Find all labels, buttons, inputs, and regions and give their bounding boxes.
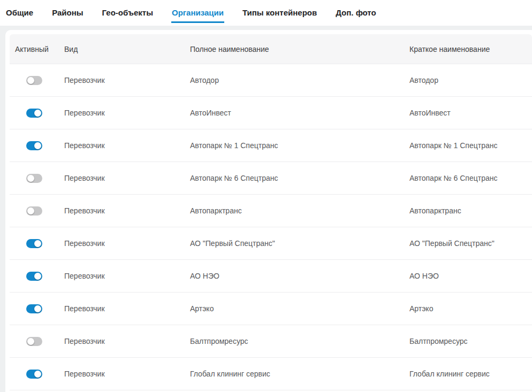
active-cell [10,370,64,379]
tab-districts[interactable]: Районы [51,7,83,23]
active-cell [10,174,64,183]
toggle-knob [27,175,34,182]
org-short-name-cell: Глобал клининг сервис [409,370,532,378]
active-toggle-on[interactable] [26,272,42,281]
column-header-type: Вид [64,45,190,53]
settings-tab-bar: ОбщиеРайоныГео-объектыОрганизацииТипы ко… [0,0,532,26]
active-toggle-on[interactable] [26,141,42,150]
toggle-knob [34,240,41,247]
table-row: Перевозчик Автопарк № 6 Спецтранс Автопа… [10,162,532,195]
org-full-name-cell: АвтоИнвест [190,109,409,117]
tab-organizations[interactable]: Организации [171,7,224,23]
org-type-cell: Перевозчик [64,109,190,117]
toggle-knob [34,273,41,280]
toggle-knob [27,77,34,84]
toggle-knob [34,371,41,378]
active-cell [10,109,64,118]
org-type-cell: Перевозчик [64,239,190,248]
table-body: Перевозчик Автодор Автодор Перевозчик Ав… [10,64,532,390]
org-short-name-cell: АвтоИнвест [409,109,532,117]
tab-container-types[interactable]: Типы контейнеров [242,7,317,23]
org-full-name-cell: Глобал клининг сервис [190,370,409,378]
active-cell [10,272,64,281]
table-row: Перевозчик Артэко Артэко [10,293,532,325]
table-row: Перевозчик Глобал клининг сервис Глобал … [10,358,532,390]
active-toggle-off[interactable] [26,76,42,85]
org-type-cell: Перевозчик [64,337,190,345]
org-short-name-cell: Автопарктранс [409,206,532,215]
active-cell [10,206,64,216]
active-toggle-off[interactable] [26,206,42,216]
table-row: Перевозчик Балтпромресурс Балтпромресурс [10,325,532,358]
org-type-cell: Перевозчик [64,76,190,84]
org-short-name-cell: АО "Первый Спецтранс" [409,239,532,248]
tab-extra-photo[interactable]: Доп. фото [335,7,376,23]
organizations-table-card: Активный Вид Полное наименование Краткое… [5,30,532,392]
org-short-name-cell: АО НЭО [409,272,532,280]
org-full-name-cell: АО НЭО [190,272,409,280]
org-full-name-cell: Автодор [190,76,409,84]
org-short-name-cell: Автодор [409,76,532,84]
org-full-name-cell: АО "Первый Спецтранс" [190,239,409,248]
table-row: Перевозчик АО НЭО АО НЭО [10,260,532,293]
org-full-name-cell: Артэко [190,304,409,313]
active-toggle-on[interactable] [26,304,42,313]
tab-geo-objects[interactable]: Гео-объекты [102,7,154,23]
toggle-knob [34,110,41,117]
org-type-cell: Перевозчик [64,272,190,280]
toggle-knob [34,142,41,149]
active-cell [10,239,64,248]
table-header-row: Активный Вид Полное наименование Краткое… [10,34,532,64]
org-short-name-cell: Балтпромресурс [409,337,532,345]
org-full-name-cell: Автопарк № 1 Спецтранс [190,141,409,150]
table-row: Перевозчик Автопарктранс Автопарктранс [10,195,532,227]
org-full-name-cell: Автопарктранс [190,206,409,215]
table-row: Перевозчик АвтоИнвест АвтоИнвест [10,97,532,129]
org-type-cell: Перевозчик [64,370,190,378]
toggle-knob [34,305,41,312]
active-cell [10,141,64,150]
active-toggle-on[interactable] [26,239,42,248]
org-type-cell: Перевозчик [64,304,190,313]
toggle-knob [27,207,34,214]
tab-general[interactable]: Общие [5,7,34,23]
table-row: Перевозчик АО "Первый Спецтранс" АО "Пер… [10,227,532,260]
active-toggle-on[interactable] [26,370,42,379]
org-short-name-cell: Артэко [409,304,532,313]
toggle-knob [27,338,34,345]
org-type-cell: Перевозчик [64,206,190,215]
org-short-name-cell: Автопарк № 1 Спецтранс [409,141,532,150]
column-header-full-name: Полное наименование [190,45,409,53]
active-toggle-on[interactable] [26,109,42,118]
org-full-name-cell: Автопарк № 6 Спецтранс [190,174,409,182]
active-toggle-off[interactable] [26,337,42,346]
org-type-cell: Перевозчик [64,174,190,182]
org-short-name-cell: Автопарк № 6 Спецтранс [409,174,532,182]
active-cell [10,304,64,313]
column-header-active: Активный [10,45,64,53]
column-header-short-name: Краткое наименование [409,45,532,53]
content-background: Активный Вид Полное наименование Краткое… [0,26,532,392]
active-toggle-off[interactable] [26,174,42,183]
table-row: Перевозчик Автодор Автодор [10,64,532,97]
org-type-cell: Перевозчик [64,141,190,150]
active-cell [10,76,64,85]
active-cell [10,337,64,346]
table-row: Перевозчик Автопарк № 1 Спецтранс Автопа… [10,129,532,162]
org-full-name-cell: Балтпромресурс [190,337,409,345]
